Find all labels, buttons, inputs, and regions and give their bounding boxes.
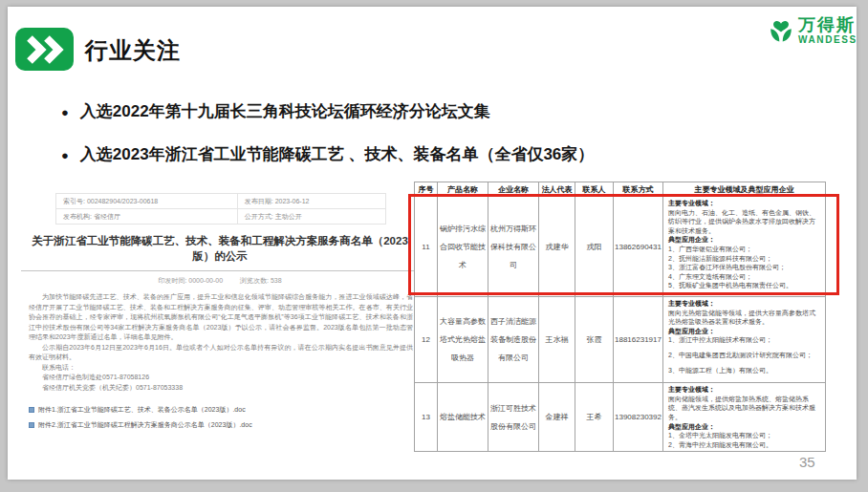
logo-name-cn: 万得斯: [798, 16, 857, 33]
field-text: 面向电力、石油、化工、造纸、有色金属、钢铁、纺织等行业，提供锅炉余热废水零排放回…: [668, 208, 821, 236]
view-count: 浏览次数: 538: [240, 277, 282, 284]
app-company: 2、中国电建集团西北勘测设计研究院有限公司；: [668, 351, 821, 360]
cell-legal-rep: 金建祥: [539, 383, 575, 452]
page-title: 行业关注: [85, 35, 181, 66]
cell-product: 熔盐储能技术: [438, 383, 488, 452]
table-row: 13 熔盐储能技术 浙江可胜技术股份有限公司 金建祥 王希 1390823039…: [415, 383, 826, 452]
double-chevron-icon: [15, 28, 74, 71]
paragraph: 为加快节能降碳先进工艺、技术、装备的推广应用，提升工业和信息化领域节能降碳综合服…: [29, 292, 413, 343]
table-row: 索引号: 002482904/2023-00618 发布日期: 2023-06-…: [56, 194, 386, 209]
app-company: 4、广东理文造纸有限公司；: [668, 272, 821, 282]
cell-no: 11: [415, 197, 438, 297]
cell-phone: 18816231917: [614, 297, 663, 383]
cell-phone: 13862690431: [614, 197, 663, 297]
attachment-text: 附件2.浙江省工业节能降碳工程解决方案服务商公示名单（2023版）.doc: [38, 420, 252, 430]
bullet-item: ● 入选2023年浙江省工业节能降碳工艺 、技术、装备名单（全省仅36家）: [61, 143, 594, 165]
attachment-link[interactable]: 附件2.浙江省工业节能降碳工程解决方案服务商公示名单（2023版）.doc: [29, 420, 419, 430]
col-header-product: 产品名称: [438, 182, 488, 197]
app-company: 1、金塔中光太阳能发电有限公司；: [668, 431, 821, 440]
app-company: 5、抚顺矿业集团中机热电有限责任公司。: [668, 281, 821, 290]
table-row: 发布机构: 省经信厅 公开方式: 主动公开: [56, 209, 386, 225]
bullet-item: ● 入选2022年第十九届长三角科技论坛循环经济分论坛文集: [61, 100, 594, 122]
cell-contact: 张霞: [575, 297, 614, 383]
cell-legal-rep: 王水福: [539, 297, 575, 383]
document-title: 关于浙江省工业节能降碳工艺、技术、装备和工程解决方案服务商名单（2023版）的公…: [25, 233, 415, 264]
col-header-no: 序号: [415, 182, 438, 197]
divider: [21, 270, 419, 271]
bullet-text: 入选2022年第十九届长三角科技论坛循环经济分论坛文集: [80, 100, 490, 122]
wandess-logo-text: 万得斯 WANDESS: [798, 16, 857, 45]
app-company: 2、抚州能洁新能源科技有限公司；: [668, 254, 821, 264]
cell-detail: 主要专业领域： 面向储能领域，提供熔盐加热系统、熔盐储热系统、蒸汽发生系统以及电…: [663, 383, 826, 452]
field-text: 面向储能领域，提供熔盐加热系统、熔盐储热系统、蒸汽发生系统以及电加热器解决方案和…: [668, 395, 821, 422]
col-header-phone: 联系方式: [614, 182, 663, 197]
cell-no: 13: [415, 383, 438, 452]
document-body: 为加快节能降碳先进工艺、技术、装备的推广应用，提升工业和信息化领域节能降碳综合服…: [29, 292, 413, 393]
cell-product: 大容量高参数塔式光热熔盐吸热器: [438, 297, 488, 383]
attachment-text: 附件1.浙江省工业节能降碳工艺、技术、装备公示名单（2023版）.doc: [38, 405, 246, 415]
field-label: 主要专业领域：: [668, 299, 821, 309]
table-row: 12 大容量高参数塔式光热熔盐吸热器 西子清洁能源装备制造股份有限公司 王水福 …: [415, 297, 826, 383]
wandess-logo: 万得斯 WANDESS: [767, 16, 857, 53]
col-header-contact: 联系人: [575, 182, 614, 197]
document-meta-table: 索引号: 002482904/2023-00618 发布日期: 2023-06-…: [55, 193, 386, 225]
doc-index-number: 索引号: 002482904/2023-00618: [56, 194, 238, 209]
app-company: 1、广西华银铝业有限公司；: [668, 245, 821, 254]
presentation-slide: 行业关注 万得斯 WANDESS ● 入选2022年第十九届长三角科技论坛循环经…: [8, 7, 857, 480]
apps-label: 典型应用企业：: [668, 422, 821, 432]
wandess-plant-icon: [767, 16, 795, 53]
cell-phone: 13908230392: [614, 383, 663, 452]
contact-phone: 省经信厅绿色制造处0571-87058126: [29, 373, 413, 383]
field-text: 面向光热熔盐储能等领域，提供大容量高参数塔式光热熔盐吸热器装置和技术服务。: [668, 309, 821, 327]
bullet-dot-icon: ●: [61, 105, 69, 119]
app-company: 3、中能源工程（上海）有限公司。: [668, 366, 821, 375]
apps-list: 1、浙江中控太阳能技术有限公司； 2、中国电建集团西北勘测设计研究院有限公司； …: [668, 335, 821, 374]
attachment-list: 附件1.浙江省工业节能降碳工艺、技术、装备公示名单（2023版）.doc 附件2…: [29, 405, 419, 430]
table-header-row: 序号 产品名称 企业名称 法人代表 联系人 联系方式 主要专业领域及典型应用企业: [415, 182, 826, 197]
attachment-icon: [29, 422, 34, 428]
doc-publicity-method: 公开方式: 主动公开: [237, 209, 385, 225]
app-company: 1、浙江中控太阳能技术有限公司；: [668, 335, 821, 345]
apps-label: 典型应用企业：: [668, 235, 821, 245]
slide-page-number: 35: [799, 454, 815, 470]
doc-publish-date: 发布日期: 2023-06-12: [237, 194, 385, 209]
bullet-dot-icon: ●: [61, 148, 69, 162]
cell-detail: 主要专业领域： 面向光热熔盐储能等领域，提供大容量高参数塔式光热熔盐吸热器装置和…: [663, 297, 826, 383]
paragraph: 公示期自2023年6月12日至2023年6月16日。单位或者个人如对公示名单持有…: [29, 343, 413, 363]
screenshot-stage: 行业关注 万得斯 WANDESS ● 入选2022年第十九届长三角科技论坛循环经…: [0, 0, 868, 492]
contact-phone: 省经信厅机关党委（机关纪委）0571-87053338: [29, 383, 413, 394]
contact-label: 联系电话：: [29, 363, 413, 374]
logo-name-en: WANDESS: [798, 35, 857, 45]
bullet-list: ● 入选2022年第十九届长三角科技论坛循环经济分论坛文集 ● 入选2023年浙…: [61, 100, 594, 186]
cell-legal-rep: 戎建华: [539, 197, 575, 297]
col-header-fields: 主要专业领域及典型应用企业: [663, 182, 826, 197]
document-stats: 印发时间: 0000-00-00 浏览次数: 538: [21, 276, 419, 286]
doc-publish-agency: 发布机构: 省经信厅: [56, 209, 238, 225]
app-company: 3、浙江富春江环保热电股份有限公司；: [668, 263, 821, 272]
provider-table-wrap: 序号 产品名称 企业名称 法人代表 联系人 联系方式 主要专业领域及典型应用企业…: [414, 182, 826, 452]
bullet-text: 入选2023年浙江省工业节能降碳工艺 、技术、装备名单（全省仅36家）: [80, 143, 594, 165]
cell-company: 浙江可胜技术股份有限公司: [488, 383, 539, 452]
attachment-link[interactable]: 附件1.浙江省工业节能降碳工艺、技术、装备公示名单（2023版）.doc: [29, 405, 419, 415]
print-time: 印发时间: 0000-00-00: [158, 277, 223, 284]
cell-contact: 戎阳: [575, 197, 614, 297]
cell-company: 杭州万得斯环保科技有限公司: [488, 197, 539, 297]
cell-company: 西子清洁能源装备制造股份有限公司: [488, 297, 539, 383]
app-company: 2、青海中控太阳能发电有限公司。: [668, 440, 821, 450]
provider-table: 序号 产品名称 企业名称 法人代表 联系人 联系方式 主要专业领域及典型应用企业…: [414, 182, 826, 452]
col-header-legal-rep: 法人代表: [539, 182, 575, 197]
col-header-company: 企业名称: [488, 182, 539, 197]
cell-detail: 主要专业领域： 面向电力、石油、化工、造纸、有色金属、钢铁、纺织等行业，提供锅炉…: [663, 197, 826, 297]
cell-contact: 王希: [575, 383, 614, 452]
cell-no: 12: [415, 297, 438, 383]
apps-label: 典型应用企业：: [668, 327, 821, 336]
cell-product: 锅炉排污水综合回收节能技术: [438, 197, 488, 297]
field-label: 主要专业领域：: [668, 199, 821, 208]
table-row: 11 锅炉排污水综合回收节能技术 杭州万得斯环保科技有限公司 戎建华 戎阳 13…: [415, 197, 826, 297]
announcement-document: 索引号: 002482904/2023-00618 发布日期: 2023-06-…: [21, 187, 419, 441]
field-label: 主要专业领域：: [668, 385, 821, 395]
attachment-icon: [29, 407, 34, 413]
